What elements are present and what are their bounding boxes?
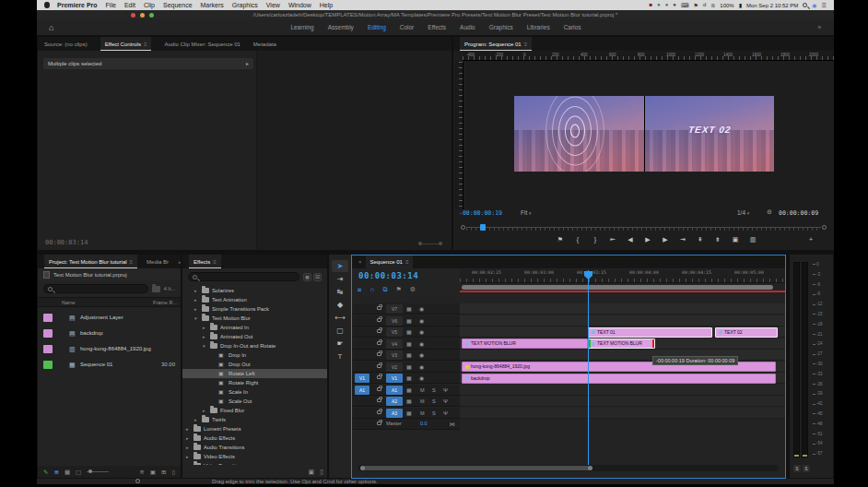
tab-project[interactable]: Project: Text Motion Blur tutorial ≡ xyxy=(44,255,137,268)
track-lane-v6[interactable] xyxy=(460,315,785,327)
effects-tree-item-video-effects[interactable]: ▸Video Effects xyxy=(182,452,327,461)
track-lane-a2[interactable] xyxy=(460,396,785,407)
tree-chevron-icon[interactable]: ▸ xyxy=(186,443,189,452)
extract-button[interactable]: ⇟ xyxy=(712,236,723,244)
app-status-icon-3[interactable]: ● xyxy=(673,2,676,8)
effects-tree-item-solarizes[interactable]: ▸Solarizes xyxy=(182,286,327,295)
menu-bar-clock[interactable]: Mon Sep 2 10:52 PM xyxy=(746,3,798,8)
button-editor-button[interactable]: + xyxy=(805,236,816,243)
track-target-v7[interactable]: V7 xyxy=(386,304,403,314)
track-target-v3[interactable]: V3 xyxy=(386,350,403,360)
selection-header[interactable]: Multiple clips selected ▸ xyxy=(43,58,253,69)
project-search-input[interactable] xyxy=(43,284,148,293)
sync-lock-icon[interactable]: ▦ xyxy=(406,374,412,382)
workspace-tab-audio[interactable]: Audio xyxy=(460,24,475,30)
project-item-backdrop[interactable]: ▤backdrop xyxy=(38,326,181,341)
freeform-view-button[interactable]: ▢ xyxy=(76,469,81,476)
toggle-track-output-icon[interactable]: ◉ xyxy=(419,351,424,359)
step-back-button[interactable]: ◀ xyxy=(625,236,636,244)
sync-lock-icon[interactable]: ▦ xyxy=(406,317,412,325)
scrubber-start-knob[interactable] xyxy=(461,225,465,230)
expand-arrow-icon[interactable]: ▸ xyxy=(246,58,249,69)
export-frame-button[interactable]: ▣ xyxy=(730,236,741,244)
effects-tree-item-drop-out[interactable]: ▣Drop Out xyxy=(182,360,327,369)
program-current-timecode[interactable]: -00:00:00:19 xyxy=(459,209,502,217)
label-color-swatch[interactable] xyxy=(43,361,53,369)
effects-tree-item-audio-transitions[interactable]: ▸Audio Transitions xyxy=(182,443,327,452)
tab-media-browser[interactable]: Media Br xyxy=(147,255,169,268)
new-bin-button[interactable]: ▣ xyxy=(150,469,156,476)
effects-tree-item-scale-out[interactable]: ▣Scale Out xyxy=(182,397,327,406)
screen-recording-indicator-icon[interactable]: ■ xyxy=(649,2,652,8)
toggle-track-output-icon[interactable]: ◉ xyxy=(419,305,424,313)
panel-menu-icon[interactable]: ≡ xyxy=(524,42,528,47)
sync-lock-icon[interactable]: ▦ xyxy=(406,305,412,313)
voiceover-record-icon[interactable]: Ψ xyxy=(443,410,448,417)
playback-resolution-select[interactable]: 1/4 ▾ xyxy=(737,209,749,216)
effects-tree-item-scale-in[interactable]: ▣Scale In xyxy=(182,387,327,397)
track-target-a1[interactable]: A1 xyxy=(386,386,403,395)
track-lock-icon[interactable] xyxy=(377,318,381,322)
track-lock-icon[interactable] xyxy=(377,364,381,368)
spotlight-icon[interactable] xyxy=(803,3,807,7)
track-target-a2[interactable]: A2 xyxy=(386,397,403,406)
project-item-hong-kong-864884-1920-jpg[interactable]: ▥hong-kong-864884_1920.jpg xyxy=(38,341,181,357)
effects-tree-item-rotate-right[interactable]: ▣Rotate Right xyxy=(182,378,327,387)
track-lock-icon[interactable] xyxy=(377,375,381,379)
menu-clip[interactable]: Clip xyxy=(144,2,155,8)
keyboard-input-icon[interactable]: ⌨ xyxy=(681,2,689,8)
clip-backdrop[interactable]: backdrop xyxy=(462,374,776,384)
effects-tree-item-text-animation[interactable]: ▸Text Animation xyxy=(182,295,327,304)
effects-tree-item-video-transitions[interactable]: ▸Video Transitions xyxy=(182,461,327,465)
delete-custom-item-button[interactable]: ▯ xyxy=(320,469,323,476)
menu-help[interactable]: Help xyxy=(320,2,333,8)
panel-menu-icon[interactable]: ≡ xyxy=(144,42,147,47)
tree-chevron-icon[interactable]: ▸ xyxy=(194,415,197,424)
track-lane-a1[interactable] xyxy=(460,385,785,396)
clip-text-motion-blur[interactable]: TEXT MOTION BLUR xyxy=(462,339,588,349)
track-lock-icon[interactable] xyxy=(377,387,381,391)
keyframe-nav-icon[interactable]: ⋈ xyxy=(450,421,455,428)
add-marker-button[interactable]: ⚑ xyxy=(555,236,566,244)
mute-track-button[interactable]: M xyxy=(420,386,425,394)
close-window-button[interactable] xyxy=(131,13,135,18)
comparison-view-button[interactable]: ▥ xyxy=(747,236,758,244)
effects-tree-item-simple-transitions-pack[interactable]: ▸Simple Transitions Pack xyxy=(182,304,327,314)
automate-to-sequence-button[interactable]: ≋ xyxy=(139,469,144,476)
tree-chevron-icon[interactable]: ▾ xyxy=(203,341,205,350)
clip-text-01[interactable]: TEXT 01 xyxy=(588,327,712,338)
panel-overflow-button[interactable]: » xyxy=(178,259,181,265)
slip-tool[interactable]: ⟷ xyxy=(332,312,348,324)
effects-search-input[interactable] xyxy=(188,272,299,281)
home-icon[interactable]: ⌂ xyxy=(49,23,53,32)
workspace-overflow-button[interactable]: » xyxy=(817,24,821,30)
timeline-horizontal-scrollbar[interactable] xyxy=(358,465,779,471)
sync-lock-icon[interactable]: ▦ xyxy=(406,410,412,417)
accelerated-effects-badge[interactable]: ▦ xyxy=(303,273,311,281)
label-color-swatch[interactable] xyxy=(43,329,53,338)
siri-icon[interactable]: ◉ xyxy=(812,2,816,8)
selection-tool[interactable]: ➤ xyxy=(332,260,348,272)
zoom-window-button[interactable] xyxy=(149,13,154,18)
workspace-tab-learning[interactable]: Learning xyxy=(290,24,313,30)
tree-chevron-icon[interactable]: ▸ xyxy=(203,406,205,415)
sync-lock-icon[interactable]: ▦ xyxy=(406,386,412,394)
track-lane-a3[interactable] xyxy=(460,408,785,419)
workspace-tab-graphics[interactable]: Graphics xyxy=(489,24,513,30)
docker-menu-icon[interactable]: d xyxy=(703,2,706,8)
tree-chevron-icon[interactable]: ▸ xyxy=(186,424,189,434)
track-lock-icon[interactable] xyxy=(377,422,381,425)
sync-lock-icon[interactable]: ▦ xyxy=(406,398,412,405)
app-status-icon-1[interactable]: ● xyxy=(657,2,661,8)
track-lock-icon[interactable] xyxy=(377,341,381,345)
toggle-track-output-icon[interactable]: ◉ xyxy=(419,374,424,382)
tree-chevron-icon[interactable]: ▸ xyxy=(203,323,205,332)
sync-lock-icon[interactable]: ▦ xyxy=(406,340,412,348)
label-color-swatch[interactable] xyxy=(43,345,53,353)
track-target-v4[interactable]: V4 xyxy=(386,339,403,349)
tree-chevron-icon[interactable]: ▸ xyxy=(203,332,205,341)
effect-controls-zoom-slider[interactable] xyxy=(418,242,442,245)
tree-chevron-icon[interactable]: ▸ xyxy=(186,461,189,465)
writable-indicator-icon[interactable]: ✎ xyxy=(43,469,48,476)
track-lane-v7[interactable] xyxy=(460,303,785,315)
